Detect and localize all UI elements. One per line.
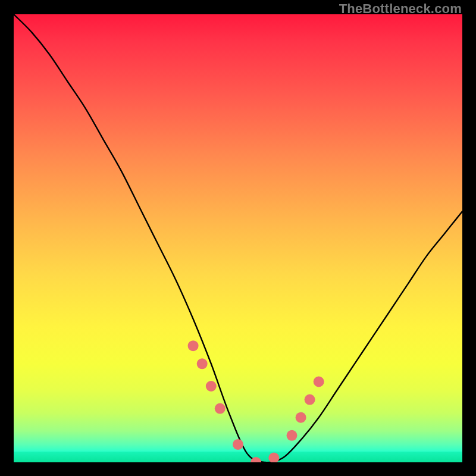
marker-dot (188, 340, 199, 351)
bottleneck-curve (14, 14, 462, 462)
marker-dot (287, 430, 298, 441)
chart-frame: TheBottleneck.com (0, 0, 476, 476)
marker-dot (206, 381, 217, 392)
marker-dot (197, 358, 208, 369)
marker-dot (305, 394, 315, 405)
watermark-text: TheBottleneck.com (339, 1, 462, 17)
marker-dot (215, 403, 226, 414)
marker-dot (296, 412, 306, 423)
marker-dot (314, 377, 324, 387)
marker-dot (268, 453, 279, 463)
highlight-markers (188, 340, 324, 462)
marker-dot (233, 439, 243, 450)
plot-area (14, 14, 462, 462)
